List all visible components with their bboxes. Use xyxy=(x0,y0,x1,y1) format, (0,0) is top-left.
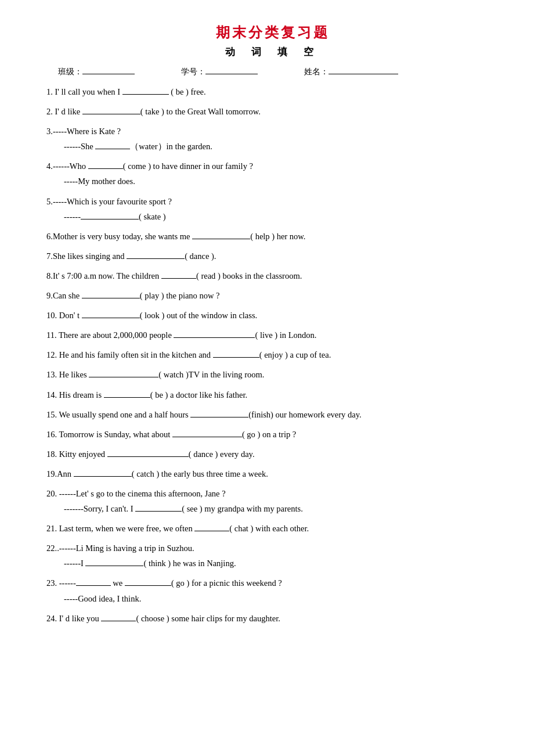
q3a-text: 3.-----Where is Kate ? xyxy=(46,127,121,136)
q24-text: 24. I' d like you ( choose ) some hair c… xyxy=(46,614,280,623)
question-13: 13. He likes ( watch )TV in the living r… xyxy=(46,367,499,382)
q22a-text: 22..------Li Ming is having a trip in Su… xyxy=(46,543,194,553)
q16-text: 16. Tomorrow is Sunday, what about ( go … xyxy=(46,430,296,439)
q15-text: 15. We usually spend one and a half hour… xyxy=(46,410,362,419)
q2-blank xyxy=(82,114,140,114)
question-21: 21. Last term, when we were free, we oft… xyxy=(46,521,499,536)
q22b-blank xyxy=(85,566,143,566)
question-24: 24. I' d like you ( choose ) some hair c… xyxy=(46,611,499,626)
q21-blank xyxy=(194,531,229,531)
q5b-text: ------( skate ) xyxy=(46,209,499,224)
q6-text: 6.Mother is very busy today, she wants m… xyxy=(46,232,305,241)
q20b-blank xyxy=(135,511,182,512)
q18-text: 18. Kitty enjoyed ( dance ) every day. xyxy=(46,449,255,459)
q11-blank xyxy=(174,337,255,338)
question-11: 11. There are about 2,000,000 people ( l… xyxy=(46,327,499,343)
question-22: 22..------Li Ming is having a trip in Su… xyxy=(46,541,499,571)
q13-text: 13. He likes ( watch )TV in the living r… xyxy=(46,370,264,379)
class-blank xyxy=(82,74,135,74)
q5b-blank xyxy=(81,219,139,219)
q12-text: 12. He and his family often sit in the k… xyxy=(46,350,331,359)
q15-blank xyxy=(190,417,248,417)
name-blank xyxy=(329,74,398,74)
q4b-text: -----My mother does. xyxy=(46,174,499,189)
question-7: 7.She likes singing and ( dance ). xyxy=(46,249,499,264)
q6-blank xyxy=(192,239,250,239)
question-20: 20. ------Let' s go to the cinema this a… xyxy=(46,486,499,516)
q7-blank xyxy=(127,258,185,259)
question-10: 10. Don' t ( look ) out of the window in… xyxy=(46,308,499,323)
q7-text: 7.She likes singing and ( dance ). xyxy=(46,251,217,261)
id-blank xyxy=(205,74,258,74)
student-info-row: 班级： 学号： 姓名： xyxy=(46,67,499,77)
question-16: 16. Tomorrow is Sunday, what about ( go … xyxy=(46,427,499,442)
q1-blank xyxy=(122,94,169,95)
q19-blank xyxy=(74,476,132,477)
q20b-text: -------Sorry, I can't. I ( see ) my gran… xyxy=(46,501,499,516)
q8-text: 8.It' s 7:00 a.m now. The children ( rea… xyxy=(46,271,302,280)
q24-blank xyxy=(101,621,136,621)
q10-text: 10. Don' t ( look ) out of the window in… xyxy=(46,311,257,320)
q2-text: 2. I' d like ( take ) to the Great Wall … xyxy=(46,107,261,116)
q22b-text: ------I ( think ) he was in Nanjing. xyxy=(46,556,499,571)
q16-blank xyxy=(172,437,242,437)
q23b-text: -----Good idea, I think. xyxy=(46,591,499,606)
question-2: 2. I' d like ( take ) to the Great Wall … xyxy=(46,104,499,119)
q21-text: 21. Last term, when we were free, we oft… xyxy=(46,524,309,533)
q5a-text: 5.-----Which is your favourite sport ? xyxy=(46,197,172,206)
q11-text: 11. There are about 2,000,000 people ( l… xyxy=(46,330,316,340)
question-1: 1. I' ll call you when I ( be ) free. xyxy=(46,84,499,99)
question-8: 8.It' s 7:00 a.m now. The children ( rea… xyxy=(46,268,499,283)
q3b-blank xyxy=(95,149,130,149)
question-9: 9.Can she ( play ) the piano now ? xyxy=(46,288,499,303)
q9-blank xyxy=(82,298,140,298)
q18-blank xyxy=(107,456,189,457)
question-3: 3.-----Where is Kate ? ------She （water）… xyxy=(46,124,499,154)
q8-blank xyxy=(161,278,196,279)
q10-blank xyxy=(82,318,140,318)
question-12: 12. He and his family often sit in the k… xyxy=(46,347,499,362)
q23a-blank2 xyxy=(125,585,171,586)
q4a-text: 4.------Who ( come ) to have dinner in o… xyxy=(46,161,253,171)
q14-blank xyxy=(104,397,150,398)
q12-blank xyxy=(213,357,259,358)
question-4: 4.------Who ( come ) to have dinner in o… xyxy=(46,159,499,189)
q4a-blank xyxy=(88,168,123,169)
q14-text: 14. His dream is ( be ) a doctor like hi… xyxy=(46,390,247,399)
q23a-blank1 xyxy=(76,585,111,586)
q9-text: 9.Can she ( play ) the piano now ? xyxy=(46,291,220,300)
q19-text: 19.Ann ( catch ) the early bus three tim… xyxy=(46,469,268,478)
page-title: 期末分类复习题 xyxy=(46,23,499,42)
name-label: 姓名： xyxy=(304,67,398,77)
q3b-text: ------She （water）in the garden. xyxy=(46,139,499,154)
question-6: 6.Mother is very busy today, she wants m… xyxy=(46,229,499,244)
page-subtitle: 动 词 填 空 xyxy=(46,45,499,59)
question-23: 23. ------ we ( go ) for a picnic this w… xyxy=(46,575,499,606)
question-19: 19.Ann ( catch ) the early bus three tim… xyxy=(46,466,499,481)
q23a-text: 23. ------ we ( go ) for a picnic this w… xyxy=(46,578,282,588)
q20a-text: 20. ------Let' s go to the cinema this a… xyxy=(46,489,226,498)
q1-text: 1. I' ll call you when I ( be ) free. xyxy=(46,87,206,96)
class-label: 班级： xyxy=(58,67,135,77)
id-label: 学号： xyxy=(181,67,258,77)
q13-blank xyxy=(89,377,158,377)
question-15: 15. We usually spend one and a half hour… xyxy=(46,407,499,422)
question-18: 18. Kitty enjoyed ( dance ) every day. xyxy=(46,447,499,462)
question-14: 14. His dream is ( be ) a doctor like hi… xyxy=(46,387,499,402)
question-5: 5.-----Which is your favourite sport ? -… xyxy=(46,194,499,224)
page-container: 期末分类复习题 动 词 填 空 班级： 学号： 姓名： 1. I' ll cal… xyxy=(46,23,499,626)
